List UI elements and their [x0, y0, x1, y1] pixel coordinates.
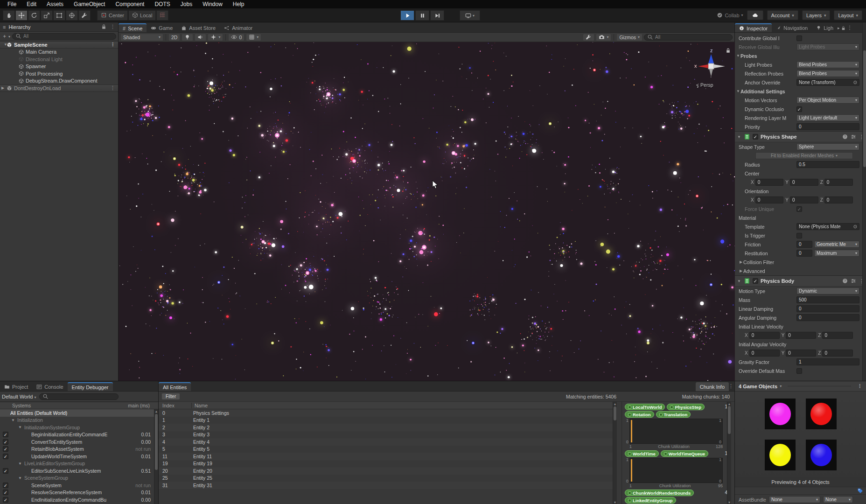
component-tag-worldtime[interactable]: WorldTime	[625, 450, 659, 457]
object-picker-icon[interactable]: ⊙	[853, 224, 857, 229]
scene-audio-toggle[interactable]	[195, 34, 206, 41]
pivot-toggle-button[interactable]: Center	[97, 10, 128, 21]
x-value-field[interactable]: 0	[755, 196, 784, 203]
hierarchy-item-directional-light[interactable]: Directional Light	[0, 56, 118, 63]
entity-row-19[interactable]: 19Entity 19	[159, 460, 617, 468]
preview-tile-yellow-sphere[interactable]	[765, 440, 796, 470]
grid-snap-button[interactable]	[156, 10, 168, 21]
system-row-resolvescenereferencesystem[interactable]: ✓ResolveSceneReferenceSystem0.01	[0, 489, 158, 497]
gravity-factor-value-field[interactable]: 1	[796, 358, 859, 365]
system-enabled-checkbox[interactable]: ✓	[3, 446, 8, 452]
component-header-physics-shape[interactable]: ▼✓Physics Shape?⋮	[735, 131, 866, 142]
mass-value-field[interactable]: 500	[796, 296, 859, 303]
layout-dropdown[interactable]: Layout▾	[834, 10, 862, 20]
dontdestroy-menu-icon[interactable]: ⋮	[110, 85, 118, 91]
menu-file[interactable]: File	[2, 0, 21, 8]
system-enabled-checkbox[interactable]: ✓	[3, 490, 8, 495]
systems-scrollbar[interactable]: ▲	[154, 409, 158, 504]
object-picker-icon[interactable]: ⊙	[853, 80, 857, 85]
menu-gameobject[interactable]: GameObject	[69, 0, 110, 8]
menu-component[interactable]: Component	[110, 0, 149, 8]
x-value-field[interactable]: 0	[755, 179, 784, 186]
tab-asset-store[interactable]: Asset Store	[177, 23, 220, 32]
assetbundle-dropdown[interactable]: None▾	[769, 496, 820, 503]
entity-row-0[interactable]: 0Physics Settings	[159, 409, 617, 417]
cloud-button[interactable]	[747, 10, 763, 20]
radius-value-field[interactable]: 0.5	[796, 161, 859, 168]
collab-dropdown[interactable]: Collab ▾	[717, 12, 743, 19]
system-row-scenesystem[interactable]: ✓SceneSystemnot run	[0, 482, 158, 489]
space-toggle-button[interactable]: Local	[128, 10, 156, 21]
entity-row-1[interactable]: 1Entity 1	[159, 417, 617, 424]
anchor-override-object-field[interactable]: None (Transform)⊙	[796, 79, 859, 86]
entity-row-31[interactable]: 31Entity 31	[159, 482, 617, 489]
hierarchy-item-post-processing[interactable]: Post Processing	[0, 70, 118, 77]
preview-drag-handle[interactable]	[788, 386, 851, 386]
friction-value-field[interactable]: 0	[796, 241, 812, 248]
scene-lighting-toggle[interactable]	[182, 34, 193, 41]
z-value-field[interactable]: 0	[824, 179, 853, 186]
tab-scene[interactable]: #Scene	[119, 23, 147, 32]
tab-ligh[interactable]: Ligh	[812, 23, 838, 32]
tab-console[interactable]: Console	[32, 382, 67, 391]
foldout-collision-filter[interactable]: ▶Collision Filter	[735, 258, 866, 266]
component-tag-localtoworld[interactable]: LocalToWorld	[625, 404, 665, 410]
y-value-field[interactable]: 0	[790, 179, 818, 186]
system-row-initialization[interactable]: ▼Initialization	[0, 417, 158, 424]
step-button[interactable]	[430, 10, 444, 21]
scene-viewport[interactable]	[119, 42, 735, 381]
system-row-updateworldtimesystem[interactable]: ✓UpdateWorldTimeSystem0.01	[0, 453, 158, 460]
menu-assets[interactable]: Assets	[42, 0, 69, 8]
tab-entity-debugger[interactable]: Entity Debugger	[68, 382, 113, 391]
tab-all-entities[interactable]: All Entities	[159, 382, 191, 391]
section-probes[interactable]: ▼Probes	[735, 51, 866, 60]
gizmos-dropdown[interactable]: Gizmos▾	[616, 34, 643, 41]
preview-tile-red-sphere[interactable]	[806, 399, 837, 429]
inspector-menu-icon[interactable]: ⋮	[847, 25, 852, 31]
component-tools-button[interactable]	[583, 34, 594, 41]
y-value-field[interactable]: 0	[790, 196, 818, 203]
restitution-mode-dropdown[interactable]: Maximum▾	[814, 250, 859, 257]
dynamic-occlusio-checkbox[interactable]: ✓	[796, 106, 802, 112]
x-value-field[interactable]: 0	[749, 332, 780, 339]
system-row-scenesystemgroup[interactable]: ▼SceneSystemGroup	[0, 475, 158, 482]
friction-mode-dropdown[interactable]: Geometric Me▾	[814, 241, 859, 248]
rotate-tool-button[interactable]	[28, 10, 40, 21]
hierarchy-item-debugstream-drawcomponent[interactable]: DebugStream.DrawComponent	[0, 77, 118, 85]
y-value-field[interactable]: 0	[786, 332, 816, 339]
transform-tool-button[interactable]	[66, 10, 78, 21]
motion-vectors-dropdown[interactable]: Per Object Motion▾	[796, 97, 859, 104]
shading-mode-dropdown[interactable]: Shaded ▾	[120, 34, 163, 41]
y-value-field[interactable]: 0	[786, 350, 816, 357]
component-tag-linkedentitygroup[interactable]: LinkedEntityGroup	[625, 497, 676, 504]
entity-row-5[interactable]: 5Entity 5	[159, 446, 617, 453]
entities-menu-icon[interactable]: ⋮	[728, 383, 733, 389]
entity-row-11[interactable]: 11Entity 11	[159, 453, 617, 460]
scene-grid-dropdown[interactable]: ▾	[246, 34, 261, 41]
filter-button[interactable]: Filter	[161, 393, 180, 400]
entity-row-2[interactable]: 2Entity 2	[159, 424, 617, 431]
system-row-all-entities-default-world-[interactable]: All Entities (Default World)	[0, 409, 158, 417]
menu-edit[interactable]: Edit	[21, 0, 42, 8]
system-row-editorsubscenelivelinksystem[interactable]: ✓EditorSubSceneLiveLinkSystem0.51	[0, 467, 158, 475]
2d-toggle-button[interactable]: 2D	[168, 34, 180, 41]
entity-list-scrollbar[interactable]: ▲ ▼	[613, 402, 617, 504]
preview-tile-blue-sphere[interactable]	[806, 440, 837, 470]
component-enabled-checkbox[interactable]: ✓	[753, 134, 758, 140]
systems-search-input[interactable]	[39, 393, 119, 400]
system-row-livelinkeditorsystemgroup[interactable]: ▼LiveLinkEditorSystemGroup	[0, 460, 158, 468]
component-tag-chunkworldrenderbounds[interactable]: ChunkWorldRenderBounds	[625, 490, 694, 496]
rect-tool-button[interactable]	[53, 10, 65, 21]
tab-project[interactable]: Project	[0, 382, 32, 391]
menu-help[interactable]: Help	[228, 0, 250, 8]
chunk-info-button[interactable]: Chunk Info	[696, 382, 729, 391]
hierarchy-item-spawner[interactable]: Spawner	[0, 63, 118, 70]
system-row-endinitializationentitycommandbu[interactable]: ✓EndInitializationEntityCommandBu0.00	[0, 496, 158, 504]
hand-tool-button[interactable]	[3, 10, 15, 21]
menu-jobs[interactable]: Jobs	[175, 0, 197, 8]
is-trigger-checkbox[interactable]	[796, 233, 802, 238]
system-enabled-checkbox[interactable]: ✓	[3, 483, 8, 488]
z-value-field[interactable]: 0	[824, 196, 853, 203]
hierarchy-scene-root[interactable]: ▼SampleScene⋮	[0, 41, 118, 49]
world-dropdown[interactable]: Default World ▾	[2, 394, 36, 399]
